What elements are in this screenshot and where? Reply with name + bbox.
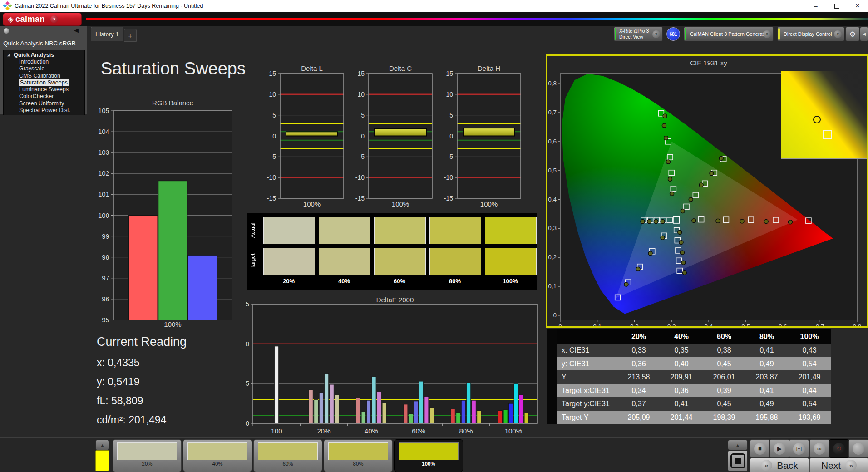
calman-logo-text: calman (15, 15, 45, 24)
current-reading-title: Current Reading (97, 335, 187, 349)
next-button[interactable]: Next » (809, 458, 868, 472)
pattern-source-dropdown[interactable]: CalMAN Client 3 Pattern Generator ▼ (684, 27, 774, 41)
svg-text:15: 15 (446, 70, 453, 77)
sidebar-item-saturation-sweeps[interactable]: Saturation Sweeps (4, 79, 84, 86)
infinity-button[interactable]: ∞ (809, 439, 829, 458)
chevron-left-icon: ◀ (863, 32, 866, 36)
svg-text:0: 0 (558, 323, 562, 326)
svg-text:-10: -10 (267, 174, 276, 181)
pattern-window-button[interactable] (728, 450, 748, 472)
delta-c-xlabel: 100% (369, 200, 432, 208)
svg-text:80%: 80% (459, 427, 473, 435)
tree-expander-icon[interactable]: ◢ (7, 53, 10, 57)
spectrum-strip (86, 18, 868, 20)
target-swatch-20% (263, 248, 315, 275)
svg-text:-5: -5 (271, 153, 276, 160)
back-label: Back (777, 460, 798, 471)
saturation-button-80%[interactable]: 80% (324, 439, 393, 472)
settings-button[interactable]: ⚙ (845, 27, 860, 41)
loop-button[interactable]: ↻ (829, 439, 849, 458)
sidebar-root-quick-analysis[interactable]: ◢Quick Analysis (4, 50, 84, 59)
sidebar-item-screen-uniformity[interactable]: Screen Uniformity (4, 100, 84, 107)
swatch-col-label: 80% (429, 278, 480, 285)
saturation-swatch (117, 442, 177, 460)
svg-text:96: 96 (102, 295, 109, 303)
chevron-down-icon: ▼ (652, 30, 660, 38)
transport-expand-button[interactable]: ▲ (728, 440, 748, 450)
sidebar-item-introduction[interactable]: Introduction (4, 59, 84, 65)
svg-text:-15: -15 (267, 195, 276, 202)
chevrons-left-icon: « (761, 460, 772, 471)
record-button[interactable] (848, 439, 868, 458)
target-swatch-80% (429, 248, 481, 275)
close-button[interactable]: × (847, 0, 868, 12)
saturation-button-label: 80% (324, 461, 392, 467)
meter-name: X-Rite i1Pro 3 (619, 28, 649, 34)
table-header: 100% (788, 329, 831, 344)
sidebar-item-luminance-sweeps[interactable]: Luminance Sweeps (4, 86, 84, 93)
saturation-button-100%[interactable]: 100% (394, 439, 463, 472)
saturation-button-40%[interactable]: 40% (183, 439, 252, 472)
window-frame-icon (730, 453, 745, 468)
rgb-balance-xlabel: 100% (113, 320, 232, 328)
table-header: 40% (660, 329, 703, 344)
sidebar-item-grayscale[interactable]: Grayscale (4, 65, 84, 72)
table-row: y: CIE310,360,400,450,490,54 (547, 357, 831, 371)
calman-menu-button[interactable]: ◈ calman ▼ (3, 13, 82, 26)
svg-text:0,6: 0,6 (548, 138, 557, 145)
svg-text:0: 0 (553, 312, 557, 319)
swatch-col-label: 100% (485, 278, 536, 285)
svg-text:0,8: 0,8 (853, 323, 862, 326)
sidebar-collapse-icon[interactable]: ◀ (74, 27, 79, 34)
svg-text:-5: -5 (359, 153, 365, 160)
svg-text:0,1: 0,1 (548, 283, 557, 290)
panel-collapse-button[interactable]: ◀ (860, 27, 868, 41)
svg-text:0: 0 (361, 133, 365, 140)
play-icon: ▶ (774, 443, 785, 455)
back-button[interactable]: « Back (750, 458, 809, 472)
delta-c-chart: 151050-5-10-15 (348, 62, 434, 211)
sidebar-item-colorchecker[interactable]: ColorChecker (4, 93, 84, 100)
saturation-swatch (258, 442, 318, 460)
swatch-compare-panel: Actual Target 20%40%60%80%100% (247, 213, 537, 290)
meter-dropdown[interactable]: X-Rite i1Pro 3 Direct View ▼ (614, 27, 663, 41)
target-swatch-100% (485, 248, 537, 275)
svg-text:100: 100 (271, 427, 282, 435)
pattern-expand-button[interactable]: ▲ (95, 440, 109, 450)
tab-history-1[interactable]: History 1 (91, 27, 123, 41)
stop-button[interactable]: ■ (750, 439, 770, 458)
sidebar-item-cms-calibration[interactable]: CMS Calibration (4, 73, 84, 79)
sidebar-item-spectral-power-dist[interactable]: Spectral Power Dist. (4, 107, 84, 114)
bottom-bar: ▲ 20%40%60%80%100% ▲ ■▶[··]∞↻ « Back Nex… (0, 437, 868, 472)
minimize-button[interactable]: – (805, 0, 826, 12)
saturation-button-20%[interactable]: 20% (113, 439, 182, 472)
table-row: Y213,58209,91206,01203,87201,49 (547, 370, 831, 384)
window-title: Calman 2022 Calman Ultimate for Business… (15, 3, 203, 9)
cie-zoom-inset (781, 71, 867, 159)
maximize-button[interactable] (826, 0, 847, 12)
table-header: 20% (617, 329, 660, 344)
bracket-button[interactable]: [··] (789, 439, 809, 458)
svg-text:0,7: 0,7 (548, 109, 557, 116)
stop-icon: ■ (754, 443, 766, 455)
delta-l-xlabel: 100% (280, 200, 344, 208)
bracket-icon: [··] (793, 443, 805, 455)
svg-text:5: 5 (449, 112, 453, 119)
svg-text:5: 5 (361, 112, 365, 119)
play-button[interactable]: ▶ (769, 439, 789, 458)
workflow-tree: ◢Quick AnalysisIntroductionGrayscaleCMS … (3, 50, 85, 115)
svg-text:-15: -15 (355, 195, 365, 202)
reading-fl: fL: 58,809 (97, 395, 143, 407)
saturation-button-60%[interactable]: 60% (253, 439, 322, 472)
pattern-window-swatch[interactable] (95, 450, 109, 471)
saturation-button-label: 40% (183, 461, 252, 467)
chevron-down-icon: ▼ (50, 15, 58, 23)
add-tab-button[interactable]: + (124, 29, 137, 42)
svg-text:101: 101 (98, 190, 109, 198)
workflow-dot-icon[interactable] (4, 28, 9, 34)
svg-text:0,7: 0,7 (816, 323, 824, 326)
display-control-dropdown[interactable]: Direct Display Control ▼ (777, 27, 844, 41)
meter-status-accent (615, 28, 616, 40)
target-swatch-40% (319, 248, 370, 275)
actual-swatch-100% (485, 217, 537, 244)
